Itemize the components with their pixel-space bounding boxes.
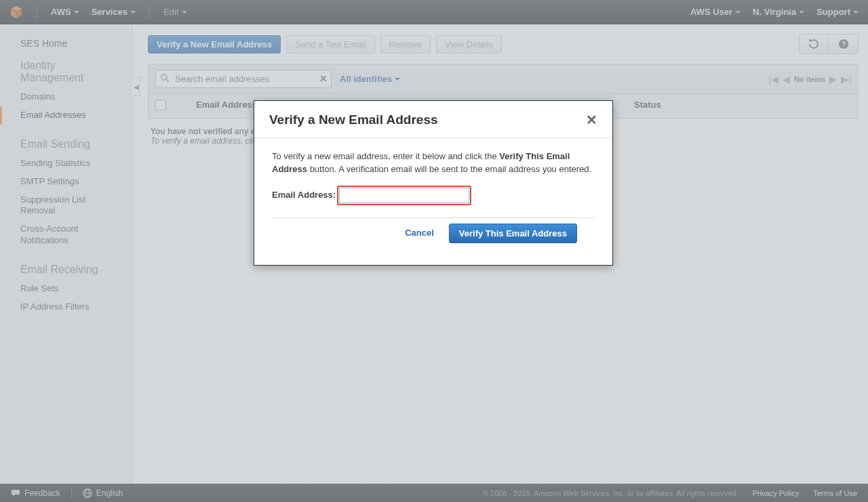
modal-body: To verify a new email address, enter it … <box>254 138 612 265</box>
modal-footer: Cancel Verify This Email Address <box>272 218 595 257</box>
modal-header: Verify a New Email Address ✕ <box>254 101 612 138</box>
email-input[interactable] <box>339 188 469 203</box>
email-field-row: Email Address: <box>272 186 595 218</box>
verify-email-modal: Verify a New Email Address ✕ To verify a… <box>254 100 613 266</box>
verify-this-email-button[interactable]: Verify This Email Address <box>449 224 577 243</box>
modal-description: To verify a new email address, enter it … <box>272 150 595 176</box>
email-input-highlight <box>337 186 471 205</box>
modal-title: Verify a New Email Address <box>269 112 438 127</box>
email-label: Email Address: <box>272 189 336 202</box>
close-icon[interactable]: ✕ <box>586 112 597 128</box>
cancel-button[interactable]: Cancel <box>405 227 434 240</box>
